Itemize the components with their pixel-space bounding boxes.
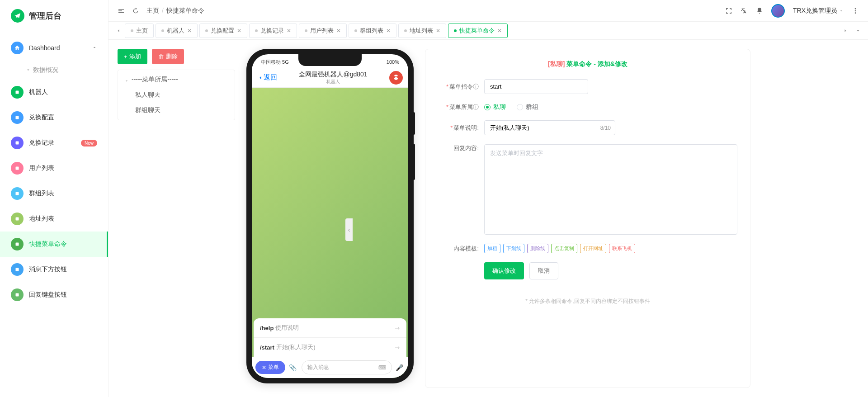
svg-point-11	[855, 12, 856, 14]
svg-rect-2	[16, 142, 19, 145]
sidebar-item-dashboard[interactable]: Dashboard	[0, 35, 108, 61]
radio-private[interactable]: 私聊	[484, 103, 506, 111]
tab-prev[interactable]	[112, 24, 125, 37]
tree-node-private[interactable]: 私人聊天	[120, 87, 233, 103]
sidebar-item-4[interactable]: 群组列表	[0, 181, 108, 206]
caret-down-icon	[124, 77, 129, 82]
form-hint: * 允许多条相同命令,回复不同内容绑定不同按钮事件	[438, 298, 737, 305]
tab-5[interactable]: 群组列表✕	[349, 24, 396, 38]
label-description: *菜单说明:	[438, 124, 479, 132]
delete-button[interactable]: 🗑 删除	[152, 49, 184, 64]
label-owner: *菜单所属ⓘ	[438, 103, 479, 111]
translate-icon[interactable]	[741, 7, 748, 14]
phone-command-menu: /help使用说明↗/start开始(私人聊天)↗	[254, 318, 406, 357]
tab-6[interactable]: 地址列表✕	[398, 24, 446, 38]
collapse-icon[interactable]	[118, 7, 125, 14]
label-template: 内容模板:	[438, 245, 479, 253]
user-dropdown[interactable]: TRX兑换管理员	[793, 7, 844, 15]
tab-next[interactable]	[839, 24, 852, 37]
phone-cmd-1[interactable]: /start开始(私人聊天)↗	[254, 338, 406, 357]
svg-point-9	[855, 8, 856, 9]
sidebar-item-1[interactable]: 兑换配置	[0, 105, 108, 130]
mic-icon[interactable]: 🎤	[396, 364, 405, 371]
phone-message-input[interactable]: 输入消息⌨	[302, 360, 392, 374]
sidebar-item-2[interactable]: 兑换记录New	[0, 130, 108, 156]
attachment-icon[interactable]: 📎	[289, 364, 298, 371]
tab-2[interactable]: 兑换配置✕	[199, 24, 247, 38]
close-icon[interactable]: ✕	[336, 28, 341, 34]
radio-group[interactable]: 群组	[517, 103, 538, 111]
sidebar-item-0[interactable]: 机器人	[0, 80, 108, 105]
fullscreen-icon[interactable]	[725, 7, 732, 14]
cancel-button[interactable]: 取消	[529, 262, 558, 279]
header: 主页/快捷菜单命令 TRX兑换管理员	[108, 0, 868, 22]
close-icon[interactable]: ✕	[497, 28, 502, 34]
tree-root[interactable]: -----菜单所属-----	[120, 72, 233, 87]
phone-chat-avatar[interactable]	[389, 71, 403, 85]
template-tag-2[interactable]: 删除线	[527, 244, 548, 253]
menu-tree: -----菜单所属----- 私人聊天 群组聊天	[118, 70, 235, 120]
tab-4[interactable]: 用户列表✕	[299, 24, 347, 38]
sidebar-subitem-overview[interactable]: 数据概况	[0, 61, 108, 80]
breadcrumb-current: 快捷菜单命令	[166, 7, 204, 14]
svg-rect-4	[16, 192, 19, 195]
tab-0[interactable]: 主页	[125, 24, 154, 38]
home-icon	[11, 42, 24, 54]
reply-textarea[interactable]	[484, 144, 737, 235]
refresh-icon[interactable]	[132, 7, 139, 14]
template-tag-0[interactable]: 加粗	[484, 244, 500, 253]
sidebar-item-7[interactable]: 消息下方按钮	[0, 257, 108, 282]
tabs-bar: 主页机器人✕兑换配置✕兑换记录✕用户列表✕群组列表✕地址列表✕快捷菜单命令✕	[108, 22, 868, 40]
tree-panel: + 添加 🗑 删除 -----菜单所属----- 私人聊天 群组聊天	[118, 49, 235, 388]
svg-point-10	[855, 10, 856, 11]
tree-node-group[interactable]: 群组聊天	[120, 103, 233, 118]
tab-1[interactable]: 机器人✕	[156, 24, 198, 38]
svg-rect-3	[16, 167, 19, 170]
sidebar-item-8[interactable]: 回复键盘按钮	[0, 282, 108, 307]
breadcrumb-home[interactable]: 主页	[146, 7, 159, 14]
menu-icon	[11, 162, 24, 175]
tab-7[interactable]: 快捷菜单命令✕	[448, 24, 508, 38]
label-command: *菜单指令ⓘ	[438, 83, 479, 91]
phone-back-button[interactable]: 返回	[257, 73, 277, 82]
phone-input-bar: ✕ 菜单 📎 输入消息⌨ 🎤	[252, 357, 408, 378]
more-icon[interactable]	[852, 7, 859, 14]
bell-icon[interactable]	[756, 7, 763, 14]
svg-rect-5	[16, 217, 19, 221]
sidebar-item-6[interactable]: 快捷菜单命令	[0, 232, 108, 257]
command-input[interactable]	[484, 79, 588, 94]
submit-button[interactable]: 确认修改	[484, 262, 524, 279]
template-tag-1[interactable]: 下划线	[503, 244, 524, 253]
phone-menu-button[interactable]: ✕ 菜单	[255, 361, 285, 374]
logo: 管理后台	[0, 0, 108, 32]
close-icon[interactable]: ✕	[237, 28, 241, 34]
phone-chat-header: 返回 全网最强机器人@gd801 机器人	[252, 68, 408, 88]
char-count: 8/10	[600, 125, 611, 131]
phone-chat-title: 全网最强机器人@gd801	[277, 71, 389, 79]
sidebar-item-5[interactable]: 地址列表	[0, 206, 108, 232]
tab-3[interactable]: 兑换记录✕	[249, 24, 297, 38]
avatar[interactable]	[771, 4, 785, 18]
tab-menu[interactable]	[852, 24, 864, 37]
close-icon[interactable]: ✕	[187, 28, 192, 34]
logo-text: 管理后台	[29, 10, 61, 21]
close-icon[interactable]: ✕	[386, 28, 391, 34]
svg-rect-6	[16, 243, 19, 246]
sidebar-menu: Dashboard 数据概况 机器人兑换配置兑换记录New用户列表群组列表地址列…	[0, 32, 108, 397]
template-tag-5[interactable]: 联系飞机	[609, 244, 635, 253]
new-badge: New	[81, 140, 97, 147]
menu-icon	[11, 137, 24, 149]
collapse-handle[interactable]: ‹	[345, 218, 353, 241]
phone-cmd-0[interactable]: /help使用说明↗	[254, 318, 406, 338]
svg-rect-7	[16, 268, 19, 271]
svg-rect-1	[16, 116, 19, 119]
close-icon[interactable]: ✕	[436, 28, 440, 34]
template-tag-3[interactable]: 点击复制	[551, 244, 577, 253]
phone-preview: 中国移动 5G100% 返回 全网最强机器人@gd801 机器人	[244, 49, 416, 388]
add-button[interactable]: + 添加	[118, 49, 147, 64]
close-icon[interactable]: ✕	[287, 28, 291, 34]
menu-icon	[11, 263, 24, 276]
template-tag-4[interactable]: 打开网址	[580, 244, 606, 253]
sidebar-item-3[interactable]: 用户列表	[0, 156, 108, 181]
description-input[interactable]	[484, 120, 615, 135]
